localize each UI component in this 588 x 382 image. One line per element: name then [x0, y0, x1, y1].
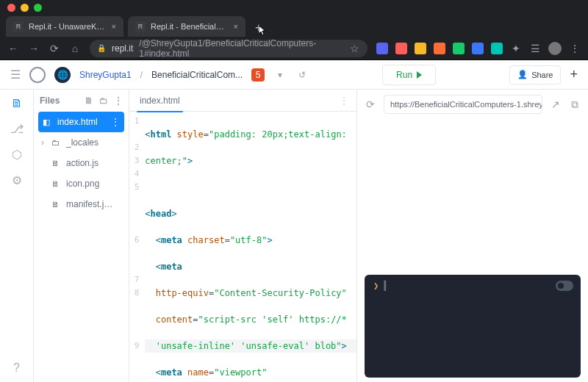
file-row[interactable]: 🗎 action.js	[34, 153, 129, 173]
help-rail-icon[interactable]: ?	[13, 361, 20, 375]
file-row[interactable]: 🗎 icon.png	[34, 173, 129, 194]
extension-icon[interactable]	[434, 43, 445, 54]
editor-tabs: index.html ⋮	[129, 90, 356, 112]
tab-title: Repl.it - UnawareKeyApplets	[29, 22, 107, 31]
console-prompt: ❯	[373, 281, 379, 291]
favicon-icon: R	[135, 21, 146, 32]
extensions-row: ✦ ☰ ⋮	[376, 42, 581, 55]
browser-toolbar: ← → ⟳ ⌂ 🔒 repl.it/@ShreyGupta1/Beneficia…	[0, 37, 588, 60]
file-row[interactable]: › 🗀 _locales	[34, 132, 129, 153]
person-icon: 👤	[517, 70, 528, 79]
extension-icon[interactable]	[472, 43, 484, 54]
preview-toolbar: ⟳ https://BeneficialCriticalComputers-1.…	[365, 94, 581, 115]
console-cursor: ▍	[384, 281, 389, 291]
close-tab-icon[interactable]: ×	[234, 22, 238, 31]
file-label: _locales	[66, 137, 98, 148]
settings-rail-icon[interactable]: ⚙	[12, 173, 22, 187]
mouse-cursor-icon	[259, 25, 266, 35]
forward-icon[interactable]: →	[28, 43, 40, 54]
preview-pane: ⟳ https://BeneficialCriticalComputers-1.…	[357, 90, 588, 382]
image-file-icon: 🗎	[51, 179, 60, 188]
new-file-icon[interactable]: 🗎	[85, 96, 93, 106]
files-rail-icon[interactable]: 🗎	[11, 97, 23, 110]
line-gutter: 1234567891011121314	[129, 112, 145, 382]
ide-root: ☰ 🌐 ShreyGupta1 / BeneficialCriticalCom.…	[0, 60, 588, 382]
replit-logo-icon[interactable]	[29, 67, 46, 83]
preview-viewport[interactable]	[365, 120, 581, 269]
breadcrumb-sep: /	[140, 70, 143, 80]
side-rail: 🗎 ⎇ ⬡ ⚙ ?	[0, 90, 34, 382]
run-label: Run	[396, 70, 412, 80]
favicon-icon: R	[13, 21, 24, 32]
url-path: /@ShreyGupta1/BeneficialCriticalComputer…	[139, 38, 338, 59]
new-tab-button[interactable]: +	[250, 19, 268, 37]
home-icon[interactable]: ⌂	[69, 43, 81, 54]
browser-tabstrip: R Repl.it - UnawareKeyApplets × R Repl.i…	[0, 15, 588, 37]
file-kebab-icon[interactable]: ⋮	[111, 117, 120, 127]
window-titlebar	[0, 0, 588, 15]
url-bar[interactable]: 🔒 repl.it/@ShreyGupta1/BeneficialCritica…	[90, 40, 368, 57]
window-close-button[interactable]	[7, 4, 15, 12]
url-host: repl.it	[112, 43, 133, 54]
console-panel[interactable]: ❯ ▍	[365, 275, 581, 378]
history-icon[interactable]: ↺	[295, 68, 309, 82]
share-label: Share	[531, 71, 553, 79]
files-title: Files	[40, 96, 60, 106]
file-row[interactable]: 🗎 manifest.j…	[34, 194, 129, 215]
preview-reload-icon[interactable]: ⟳	[365, 98, 376, 110]
preview-url-input[interactable]: https://BeneficialCriticalComputers-1.sh…	[384, 95, 542, 114]
chevron-right-icon: ›	[41, 137, 46, 148]
close-tab-icon[interactable]: ×	[112, 22, 116, 31]
star-icon[interactable]: ☆	[350, 43, 360, 54]
editor-pane: index.html ⋮ 1234567891011121314 <html s…	[129, 90, 357, 382]
packages-rail-icon[interactable]: ⬡	[12, 148, 22, 162]
vcs-rail-icon[interactable]: ⎇	[10, 122, 24, 136]
profile-avatar[interactable]	[548, 42, 562, 55]
extension-icon[interactable]	[376, 43, 388, 54]
file-label: index.html	[57, 117, 98, 127]
reload-icon[interactable]: ⟳	[49, 43, 60, 54]
file-label: manifest.j…	[66, 199, 112, 209]
back-icon[interactable]: ←	[7, 43, 19, 54]
extension-icon[interactable]	[395, 43, 407, 54]
share-button[interactable]: 👤 Share	[509, 65, 561, 84]
play-icon	[417, 71, 422, 79]
files-pane: Files 🗎 🗀 ⋮ ◧ index.html ⋮ › 🗀 _locales …	[34, 90, 129, 382]
ide-header: ☰ 🌐 ShreyGupta1 / BeneficialCriticalCom.…	[0, 60, 588, 90]
lock-icon: 🔒	[97, 44, 106, 52]
folder-icon: 🗀	[51, 138, 60, 147]
preview-open-icon[interactable]: ↗	[550, 98, 562, 110]
editor-tab-menu-icon[interactable]: ⋮	[339, 95, 349, 107]
code-editor[interactable]: 1234567891011121314 <html style="padding…	[129, 112, 356, 382]
extension-icon[interactable]	[453, 43, 465, 54]
code-content: <html style="padding: 20px;text-align: c…	[145, 112, 356, 382]
js-file-icon: 🗎	[51, 159, 60, 167]
file-label: action.js	[66, 158, 98, 168]
invite-plus-icon[interactable]: +	[570, 67, 578, 82]
kebab-menu-icon[interactable]: ⋮	[569, 43, 581, 54]
extension-icon[interactable]	[415, 43, 426, 54]
new-folder-icon[interactable]: 🗀	[99, 96, 108, 106]
breadcrumb-user[interactable]: ShreyGupta1	[79, 70, 132, 80]
browser-tab-active[interactable]: R Repl.it - BeneficialCriticalCom… ×	[128, 16, 245, 37]
extension-icon[interactable]	[491, 43, 503, 54]
browser-tab[interactable]: R Repl.it - UnawareKeyApplets ×	[6, 16, 123, 37]
html5-badge-icon: 5	[251, 68, 265, 82]
extensions-puzzle-icon[interactable]: ✦	[510, 43, 522, 54]
file-label: icon.png	[66, 179, 99, 189]
console-toggle-icon[interactable]	[556, 281, 573, 291]
reading-list-icon[interactable]: ☰	[529, 43, 541, 54]
json-file-icon: 🗎	[51, 200, 60, 209]
preview-copy-icon[interactable]: ⧉	[569, 98, 581, 111]
tab-title: Repl.it - BeneficialCriticalCom…	[151, 22, 229, 31]
editor-tab-active[interactable]: index.html	[137, 90, 183, 112]
window-max-button[interactable]	[34, 4, 42, 12]
files-kebab-icon[interactable]: ⋮	[114, 96, 123, 106]
run-button[interactable]: Run	[382, 65, 436, 85]
repo-avatar-icon[interactable]: 🌐	[54, 67, 71, 83]
hamburger-icon[interactable]: ☰	[10, 68, 21, 82]
breadcrumb-repo[interactable]: BeneficialCriticalCom...	[151, 70, 243, 80]
dropdown-icon[interactable]: ▾	[273, 68, 287, 82]
file-row-selected[interactable]: ◧ index.html ⋮	[38, 112, 124, 132]
window-min-button[interactable]	[21, 4, 29, 12]
